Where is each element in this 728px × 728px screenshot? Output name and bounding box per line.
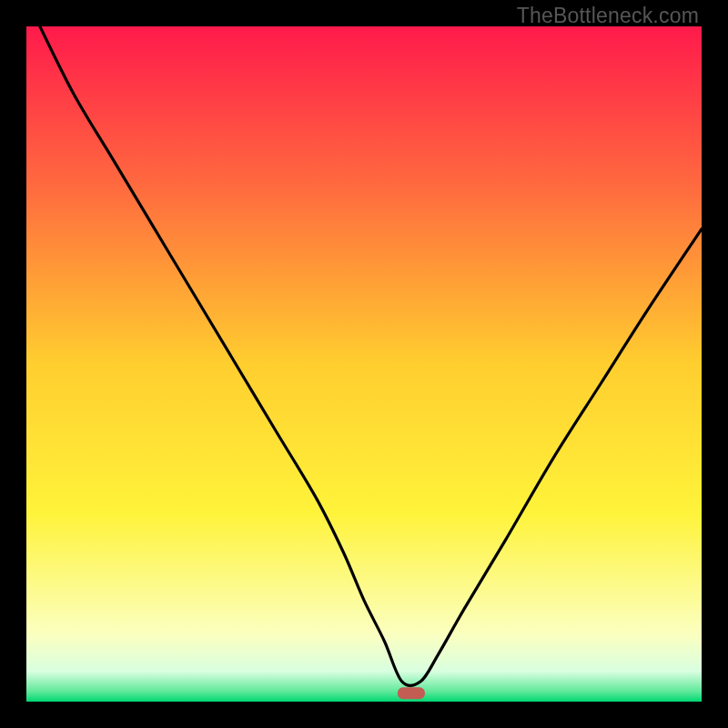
bottleneck-chart <box>26 26 702 702</box>
chart-frame <box>26 26 702 702</box>
optimum-marker <box>398 687 425 699</box>
watermark-text: TheBottleneck.com <box>517 4 699 28</box>
